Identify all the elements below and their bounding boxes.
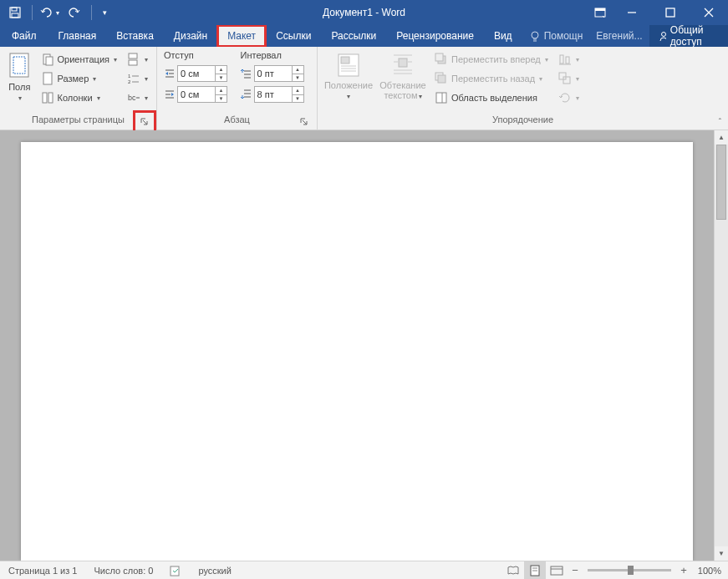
svg-rect-19 <box>48 93 53 103</box>
group-objects-button[interactable]: ▾ <box>555 69 583 88</box>
align-button[interactable]: ▾ <box>555 50 583 69</box>
tab-layout[interactable]: Макет <box>217 25 266 47</box>
document-page[interactable] <box>21 142 693 561</box>
close-button[interactable] <box>690 0 728 25</box>
zoom-in-button[interactable]: + <box>676 564 691 576</box>
space-before-spinner[interactable]: ▲▼ <box>293 65 304 82</box>
save-button[interactable] <box>5 3 25 23</box>
ribbon: Поля▾ Ориентация▾ Размер▾ Колонки▾ ▾ <box>0 47 728 130</box>
send-backward-icon <box>435 72 448 85</box>
indent-right-spinner[interactable]: ▲▼ <box>216 86 227 103</box>
position-button[interactable]: Положение▾ <box>323 50 374 114</box>
tab-references[interactable]: Ссылки <box>266 25 321 47</box>
svg-rect-17 <box>43 73 52 84</box>
indent-left-spinner[interactable]: ▲▼ <box>216 65 227 82</box>
bring-forward-button[interactable]: Переместить вперед▾ <box>431 50 552 69</box>
svg-rect-16 <box>46 57 53 65</box>
selection-pane-button[interactable]: Область выделения <box>431 89 552 107</box>
svg-point-9 <box>532 32 538 38</box>
space-after-spinner[interactable]: ▲▼ <box>293 86 304 103</box>
space-before-control: ▲▼ <box>239 64 313 83</box>
tab-view[interactable]: Вид <box>484 25 522 47</box>
breaks-button[interactable]: ▾ <box>124 50 151 69</box>
scroll-thumb[interactable] <box>716 145 726 220</box>
ribbon-tabs: Файл Главная Вставка Дизайн Макет Ссылки… <box>0 25 728 47</box>
separator <box>32 5 33 20</box>
orientation-button[interactable]: Ориентация▾ <box>38 50 120 69</box>
svg-rect-61 <box>563 77 570 84</box>
wrap-text-button[interactable]: Обтекание текстом▾ <box>378 50 428 114</box>
vertical-scrollbar[interactable]: ▲ ▼ <box>714 130 728 561</box>
indent-right-input[interactable] <box>177 86 216 103</box>
bring-forward-icon <box>435 53 448 66</box>
position-icon <box>336 52 361 79</box>
scroll-track[interactable] <box>715 145 728 546</box>
minimize-button[interactable] <box>613 0 651 25</box>
columns-button[interactable]: Колонки▾ <box>38 89 120 107</box>
proofing-status[interactable] <box>161 561 190 579</box>
space-before-input[interactable] <box>254 65 293 82</box>
zoom-slider[interactable] <box>588 569 671 571</box>
tab-insert[interactable]: Вставка <box>106 25 164 47</box>
paragraph-launcher[interactable] <box>298 116 310 128</box>
zoom-slider-thumb[interactable] <box>628 566 634 575</box>
send-backward-button[interactable]: Переместить назад▾ <box>431 69 552 88</box>
tell-me-label: Помощн <box>544 30 583 42</box>
dialog-launcher-icon <box>140 118 149 126</box>
size-button[interactable]: Размер▾ <box>38 69 120 88</box>
space-before-icon <box>239 68 254 79</box>
dialog-launcher-icon <box>300 118 308 126</box>
group-page-setup-label: Параметры страницы <box>32 114 125 124</box>
ribbon-display-options-button[interactable] <box>588 8 613 18</box>
line-numbers-button[interactable]: 12▾ <box>124 69 151 88</box>
word-count-status[interactable]: Число слов: 0 <box>85 561 161 579</box>
page-number-status[interactable]: Страница 1 из 1 <box>0 561 85 579</box>
read-mode-icon <box>507 565 520 576</box>
hyphenation-button[interactable]: bc▾ <box>124 89 151 107</box>
share-label: Общий доступ <box>670 24 720 48</box>
rotate-button[interactable]: ▾ <box>555 89 583 107</box>
tab-review[interactable]: Рецензирование <box>386 25 484 47</box>
quick-access-toolbar: ▾ ▾ <box>0 3 115 23</box>
tab-design[interactable]: Дизайн <box>164 25 217 47</box>
account-button[interactable]: Евгений... <box>589 30 649 42</box>
print-layout-icon <box>528 565 542 576</box>
align-icon <box>558 53 572 66</box>
tab-mailings[interactable]: Рассылки <box>321 25 386 47</box>
svg-rect-66 <box>551 566 563 575</box>
qat-customize-button[interactable]: ▾ <box>99 3 110 23</box>
tell-me-button[interactable]: Помощн <box>522 30 590 42</box>
zoom-level[interactable]: 100% <box>691 566 728 576</box>
collapse-ribbon-button[interactable]: ˆ <box>719 118 721 127</box>
tab-file[interactable]: Файл <box>0 25 48 47</box>
svg-rect-45 <box>399 58 407 67</box>
scroll-up-button[interactable]: ▲ <box>715 130 728 145</box>
share-button[interactable]: Общий доступ <box>649 25 728 47</box>
size-label: Размер <box>58 74 89 84</box>
tab-home[interactable]: Главная <box>48 25 107 47</box>
read-mode-button[interactable] <box>502 561 524 579</box>
indent-right-icon <box>162 89 177 100</box>
spacing-header: Интервал <box>239 50 313 63</box>
hyphenation-icon: bc <box>127 91 140 104</box>
group-paragraph-label: Абзац <box>224 114 250 124</box>
language-status[interactable]: русский <box>190 561 239 579</box>
orientation-icon <box>41 53 54 66</box>
document-canvas[interactable] <box>0 130 714 561</box>
margins-label: Поля <box>8 82 30 92</box>
scroll-down-button[interactable]: ▼ <box>715 546 728 561</box>
group-paragraph: Отступ ▲▼ ▲▼ Интервал ▲▼ <box>157 47 318 130</box>
svg-rect-55 <box>436 93 446 103</box>
undo-button[interactable]: ▾ <box>39 3 59 23</box>
margins-button[interactable]: Поля▾ <box>5 50 34 114</box>
indent-left-input[interactable] <box>177 65 216 82</box>
redo-button[interactable] <box>64 3 84 23</box>
svg-rect-54 <box>438 75 445 83</box>
zoom-out-button[interactable]: − <box>568 564 583 576</box>
space-after-input[interactable] <box>254 86 293 103</box>
print-layout-button[interactable] <box>524 561 546 579</box>
maximize-button[interactable] <box>651 0 690 25</box>
svg-rect-18 <box>43 93 47 103</box>
page-setup-launcher[interactable] <box>135 113 154 131</box>
web-layout-button[interactable] <box>546 561 568 579</box>
